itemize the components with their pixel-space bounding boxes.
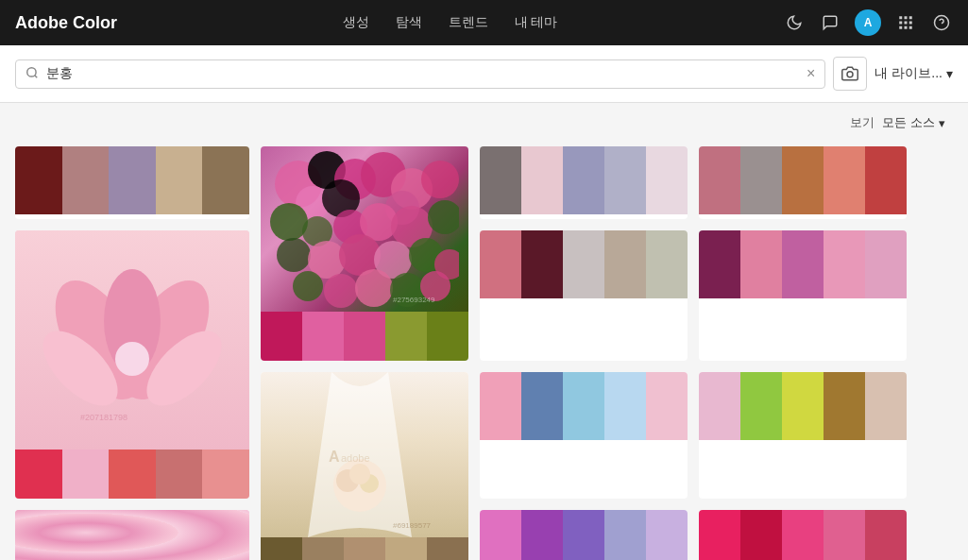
sort-bar: 보기 모든 소스 ▾: [0, 103, 968, 139]
svg-rect-4: [905, 22, 908, 25]
nav-trend[interactable]: 트렌드: [449, 14, 488, 31]
svg-rect-3: [899, 22, 902, 25]
nav-my-themes[interactable]: 내 테마: [515, 14, 558, 31]
moon-icon[interactable]: [783, 11, 806, 34]
palette-card-12[interactable]: [480, 510, 688, 560]
palette-card-8[interactable]: [699, 230, 907, 362]
palette-row: [699, 510, 907, 560]
svg-rect-2: [909, 16, 912, 19]
palette-card-2[interactable]: #275693249: [261, 146, 468, 361]
sort-chevron-icon: ▾: [939, 116, 945, 130]
svg-point-20: [421, 161, 459, 198]
palette-card-13[interactable]: [699, 510, 907, 560]
svg-text:#275693249: #275693249: [393, 296, 435, 304]
svg-rect-0: [899, 16, 902, 19]
svg-point-27: [428, 200, 459, 234]
swatch: [62, 146, 110, 214]
svg-text:A: A: [329, 449, 340, 465]
header: Adobe Color 생성 탐색 트렌드 내 테마 A: [0, 0, 968, 45]
swatch: [156, 146, 203, 214]
palette-card-6[interactable]: A adobe #69189577: [261, 372, 468, 560]
apps-icon[interactable]: [894, 11, 917, 34]
logo: Adobe Color: [15, 13, 117, 33]
palette-row: [261, 537, 468, 560]
svg-text:adobe: adobe: [341, 452, 370, 464]
palette-row: [699, 372, 907, 440]
message-icon[interactable]: [819, 11, 841, 34]
palette-row: [480, 372, 688, 440]
palette-card-10[interactable]: [480, 372, 688, 499]
svg-point-45: [115, 342, 149, 376]
search-bar: × 내 라이브... ▾: [0, 45, 968, 103]
camera-button[interactable]: [833, 57, 867, 91]
svg-point-10: [27, 67, 36, 76]
palette-card-5[interactable]: #207181798: [15, 230, 249, 500]
library-button[interactable]: 내 라이브... ▾: [875, 65, 953, 82]
svg-rect-1: [905, 16, 908, 19]
chevron-down-icon: ▾: [946, 66, 953, 81]
palette-row: [480, 230, 688, 298]
header-icons: A: [783, 9, 953, 36]
palette-card-7[interactable]: [480, 230, 688, 362]
palette-card-3[interactable]: [480, 146, 688, 219]
svg-rect-8: [909, 26, 912, 29]
help-icon[interactable]: [930, 11, 953, 34]
avatar[interactable]: A: [855, 9, 881, 36]
svg-line-11: [35, 75, 38, 77]
svg-point-28: [277, 238, 311, 272]
palette-row: [699, 146, 907, 214]
palette-row: [480, 510, 688, 560]
search-input-wrapper[interactable]: ×: [15, 59, 825, 89]
svg-point-12: [847, 72, 853, 77]
swatch: [109, 146, 156, 214]
palette-grid: #275693249: [0, 139, 968, 560]
svg-point-35: [324, 274, 358, 308]
swatch: [15, 146, 62, 214]
svg-point-36: [355, 269, 393, 307]
swatch: [202, 146, 249, 214]
palette-row: [15, 146, 249, 214]
palette-card-1[interactable]: [15, 146, 249, 219]
svg-text:#69189577: #69189577: [393, 521, 432, 530]
svg-rect-5: [909, 22, 912, 25]
palette-row: [699, 230, 907, 298]
svg-point-50: [349, 464, 370, 484]
search-icon: [25, 66, 39, 82]
svg-point-34: [293, 271, 323, 301]
palette-row: [261, 312, 468, 361]
sort-select[interactable]: 모든 소스 ▾: [882, 114, 945, 131]
svg-rect-7: [905, 26, 908, 29]
clear-button[interactable]: ×: [807, 66, 815, 81]
svg-text:#207181798: #207181798: [80, 413, 127, 422]
palette-card-9[interactable]: [15, 510, 249, 560]
sort-label: 보기: [850, 114, 875, 131]
search-input[interactable]: [46, 66, 799, 81]
palette-card-11[interactable]: [699, 372, 907, 499]
palette-row: [15, 450, 249, 499]
nav-explore[interactable]: 탐색: [396, 14, 422, 31]
main-nav: 생성 탐색 트렌드 내 테마: [147, 14, 753, 31]
palette-row: [480, 146, 688, 214]
palette-card-4[interactable]: [699, 146, 907, 219]
nav-create[interactable]: 생성: [343, 14, 369, 31]
svg-rect-6: [899, 26, 902, 29]
svg-point-22: [270, 203, 308, 241]
